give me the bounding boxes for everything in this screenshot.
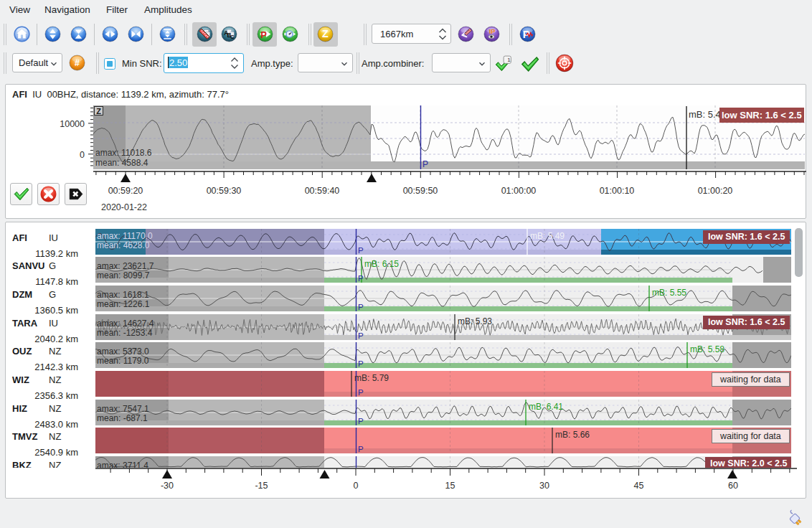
svg-text:P: P bbox=[358, 445, 364, 453]
svg-text:P: P bbox=[358, 246, 364, 255]
svg-text:P: P bbox=[422, 159, 428, 169]
svg-text:P: P bbox=[358, 274, 364, 283]
svg-text:P: P bbox=[260, 29, 267, 40]
svg-text:#: # bbox=[75, 58, 80, 68]
svg-text:P: P bbox=[358, 359, 364, 368]
svg-text:1: 1 bbox=[507, 57, 511, 63]
svg-text:P: P bbox=[358, 303, 364, 311]
svg-text:P: P bbox=[358, 331, 364, 340]
svg-text:C: C bbox=[230, 34, 235, 40]
svg-text:P: P bbox=[358, 417, 364, 425]
svg-text:Z: Z bbox=[322, 28, 329, 39]
svg-text:IP: IP bbox=[489, 28, 496, 35]
svg-text:P: P bbox=[358, 388, 364, 397]
